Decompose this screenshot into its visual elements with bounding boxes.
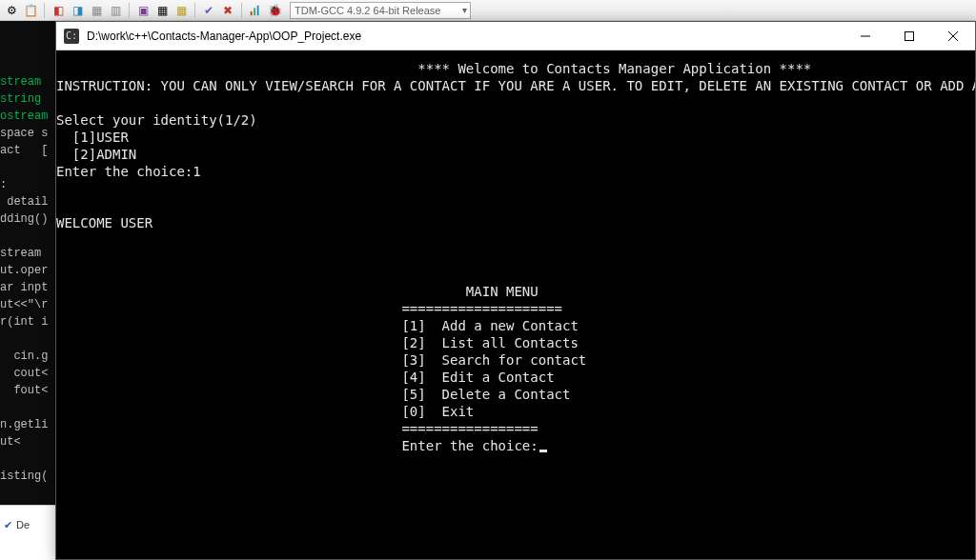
compiler-select-label: TDM-GCC 4.9.2 64-bit Release — [295, 5, 440, 16]
check-icon: ✔ — [4, 519, 12, 530]
toolbar-icon[interactable]: ▦ — [89, 3, 104, 18]
toolbar-cross-icon[interactable]: ✖ — [220, 3, 235, 18]
toolbar-icon[interactable]: ▦ — [173, 3, 189, 18]
minimize-button[interactable] — [844, 22, 887, 50]
app-icon: C: — [64, 29, 79, 44]
toolbar-icon[interactable]: ◧ — [51, 3, 66, 18]
toolbar-chart-icon[interactable] — [248, 3, 263, 18]
toolbar-separator — [194, 3, 195, 18]
toolbar-icon[interactable]: ▦ — [154, 3, 170, 18]
maximize-button[interactable] — [887, 22, 931, 50]
window-controls — [844, 22, 975, 50]
toolbar-icon[interactable]: ▣ — [135, 3, 151, 18]
window-title: D:\work\c++\Contacts-Manager-App\OOP_Pro… — [87, 30, 844, 43]
titlebar[interactable]: C: D:\work\c++\Contacts-Manager-App\OOP_… — [56, 22, 975, 50]
console-window: C: D:\work\c++\Contacts-Manager-App\OOP_… — [55, 21, 976, 560]
ide-toolbar: ⚙ 📋 ◧ ◨ ▦ ▥ ▣ ▦ ▦ ✔ ✖ 🐞 TDM-GCC 4.9.2 64… — [0, 0, 976, 21]
toolbar-icon[interactable]: ◨ — [70, 3, 85, 18]
svg-rect-2 — [257, 5, 259, 15]
toolbar-icon[interactable]: ⚙ — [4, 3, 19, 18]
toolbar-separator — [44, 3, 45, 18]
compiler-select[interactable]: TDM-GCC 4.9.2 64-bit Release — [290, 2, 471, 19]
toolbar-check-icon[interactable]: ✔ — [201, 3, 216, 18]
close-button[interactable] — [931, 22, 975, 50]
console-output[interactable]: **** Welcome to Contacts Manager Applica… — [56, 50, 975, 559]
toolbar-icon[interactable]: ▥ — [108, 3, 123, 18]
ide-bottom-label: De — [16, 519, 30, 530]
svg-rect-0 — [251, 10, 253, 14]
toolbar-separator — [129, 3, 130, 18]
ide-bottom-panel: ✔De — [0, 505, 55, 560]
cursor — [539, 450, 547, 452]
ide-editor-fragment: stream string ostream space s act [ : de… — [0, 21, 55, 512]
svg-rect-4 — [905, 31, 914, 40]
toolbar-icon[interactable]: 📋 — [23, 3, 38, 18]
toolbar-bug-icon[interactable]: 🐞 — [267, 3, 282, 18]
svg-rect-1 — [254, 8, 255, 15]
toolbar-separator — [241, 3, 242, 18]
